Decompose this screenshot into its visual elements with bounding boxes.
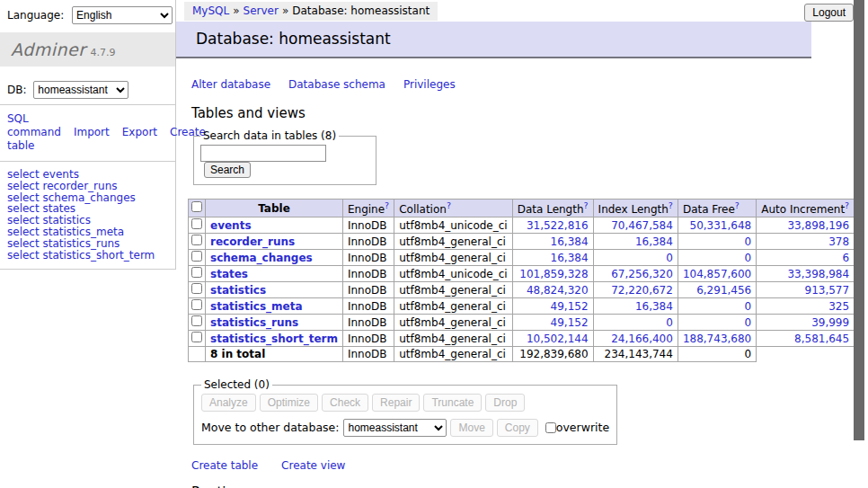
auto-increment-link[interactable]: 6	[843, 252, 850, 264]
create-table-link[interactable]: Create table	[191, 459, 258, 472]
table-name-link[interactable]: states	[210, 268, 248, 280]
index-length-link[interactable]: 16,384	[635, 300, 673, 313]
data-free-link[interactable]: 104,857,600	[683, 268, 751, 280]
data-length-cell: 10,502,144	[512, 331, 593, 347]
check-button[interactable]: Check	[322, 394, 368, 412]
help-link[interactable]: ?	[584, 200, 589, 210]
index-length-link[interactable]: 70,467,584	[611, 219, 673, 232]
database-schema-link[interactable]: Database schema	[288, 78, 385, 91]
data-length-link[interactable]: 31,522,816	[527, 219, 589, 232]
data-free-link[interactable]: 0	[745, 316, 752, 329]
data-free-link[interactable]: 188,743,680	[683, 333, 751, 345]
search-input[interactable]	[200, 145, 326, 162]
sidebar-item-select-recorder-runs[interactable]: select recorder_runs	[7, 181, 175, 192]
sql-command-link[interactable]: SQL command	[7, 112, 61, 138]
data-free-link[interactable]: 0	[745, 300, 752, 313]
index-length-link[interactable]: 16,384	[635, 235, 673, 248]
help-link[interactable]: ?	[385, 200, 389, 210]
table-name-link[interactable]: statistics_meta	[210, 300, 303, 313]
auto-increment-link[interactable]: 378	[828, 235, 849, 248]
table-name-link[interactable]: schema_changes	[210, 252, 313, 264]
auto-increment-link[interactable]: 33,398,984	[787, 268, 849, 280]
selected-fieldset: Selected (0) AnalyzeOptimizeCheckRepairT…	[193, 378, 617, 445]
scrollbar-thumb[interactable]	[854, 0, 864, 440]
language-select[interactable]: English	[72, 6, 173, 24]
move-database-select[interactable]: homeassistant	[343, 419, 447, 437]
data-length-link[interactable]: 49,152	[551, 316, 589, 329]
row-checkbox[interactable]	[191, 267, 202, 278]
table-name-link[interactable]: statistics_short_term	[210, 333, 338, 345]
auto-increment-link[interactable]: 325	[828, 300, 849, 313]
row-checkbox[interactable]	[191, 218, 202, 229]
app-version: 4.7.9	[91, 47, 116, 58]
index-length-link[interactable]: 67,256,320	[611, 268, 673, 280]
table-name-link[interactable]: recorder_runs	[210, 235, 295, 248]
auto-increment-link[interactable]: 33,898,196	[787, 219, 849, 232]
create-view-link[interactable]: Create view	[281, 459, 345, 472]
sidebar-item-select-statistics-meta[interactable]: select statistics_meta	[7, 226, 175, 238]
select-all-checkbox[interactable]	[191, 201, 202, 212]
row-checkbox[interactable]	[191, 315, 202, 326]
auto-increment-link[interactable]: 8,581,645	[794, 333, 849, 345]
row-checkbox-cell	[189, 331, 206, 347]
scrollbar-track[interactable]	[854, 0, 868, 488]
auto-increment-link[interactable]: 913,577	[805, 284, 850, 297]
data-length-link[interactable]: 16,384	[551, 252, 589, 264]
logout-button[interactable]: Logout	[804, 4, 854, 22]
data-free-link[interactable]: 50,331,648	[690, 219, 752, 232]
truncate-button[interactable]: Truncate	[423, 394, 482, 412]
overwrite-wrap: overwrite	[545, 421, 609, 434]
help-link[interactable]: ?	[669, 200, 673, 210]
row-checkbox[interactable]	[191, 299, 202, 310]
data-length-link[interactable]: 101,859,328	[519, 268, 588, 280]
data-free-link[interactable]: 0	[745, 252, 752, 264]
table-name-link[interactable]: events	[210, 219, 252, 232]
repair-button[interactable]: Repair	[372, 394, 420, 412]
row-checkbox[interactable]	[191, 251, 202, 262]
engine-cell: InnoDB	[342, 282, 394, 298]
help-link[interactable]: ?	[735, 200, 740, 210]
auto-increment-link[interactable]: 39,999	[811, 316, 849, 329]
totals-data-free: 0	[678, 347, 756, 362]
data-length-cell: 16,384	[512, 250, 593, 266]
data-length-link[interactable]: 48,824,320	[527, 284, 589, 297]
analyze-button[interactable]: Analyze	[201, 394, 256, 412]
help-link[interactable]: ?	[447, 200, 451, 210]
privileges-link[interactable]: Privileges	[403, 78, 456, 91]
move-button[interactable]: Move	[450, 419, 492, 437]
breadcrumb-mysql-link[interactable]: MySQL	[192, 4, 229, 17]
drop-button[interactable]: Drop	[485, 394, 525, 412]
index-length-link[interactable]: 0	[666, 316, 673, 329]
table-name-cell: recorder_runs	[206, 234, 343, 250]
sidebar-item-select-statistics-runs[interactable]: select statistics_runs	[7, 238, 175, 250]
breadcrumb-server-link[interactable]: Server	[244, 4, 279, 17]
export-link[interactable]: Export	[122, 126, 157, 138]
row-checkbox[interactable]	[191, 235, 202, 245]
data-length-link[interactable]: 49,152	[551, 300, 589, 313]
row-checkbox[interactable]	[191, 332, 202, 342]
data-length-cell: 48,824,320	[512, 282, 593, 298]
index-length-link[interactable]: 72,220,672	[611, 284, 673, 297]
overwrite-checkbox[interactable]	[545, 422, 556, 433]
sidebar-item-select-statistics-short-term[interactable]: select statistics_short_term	[7, 250, 175, 262]
data-free-cell: 104,857,600	[678, 266, 756, 282]
index-length-link[interactable]: 0	[666, 252, 673, 264]
table-name-link[interactable]: statistics_runs	[210, 316, 298, 329]
data-free-link[interactable]: 6,291,456	[696, 284, 751, 297]
data-length-link[interactable]: 10,502,144	[527, 333, 589, 345]
import-link[interactable]: Import	[74, 126, 110, 138]
data-length-cell: 16,384	[512, 234, 593, 250]
db-select[interactable]: homeassistant	[33, 81, 128, 99]
data-length-link[interactable]: 16,384	[551, 235, 589, 248]
data-free-link[interactable]: 0	[745, 235, 752, 248]
search-button[interactable]: Search	[204, 162, 251, 178]
sidebar-item-select-events[interactable]: select events	[7, 169, 175, 181]
optimize-button[interactable]: Optimize	[260, 394, 318, 412]
alter-database-link[interactable]: Alter database	[191, 78, 270, 91]
engine-cell: InnoDB	[342, 266, 394, 282]
table-name-link[interactable]: statistics	[210, 284, 266, 297]
help-link[interactable]: ?	[845, 200, 849, 210]
row-checkbox[interactable]	[191, 283, 202, 294]
index-length-link[interactable]: 24,166,400	[611, 333, 673, 345]
copy-button[interactable]: Copy	[497, 419, 538, 437]
